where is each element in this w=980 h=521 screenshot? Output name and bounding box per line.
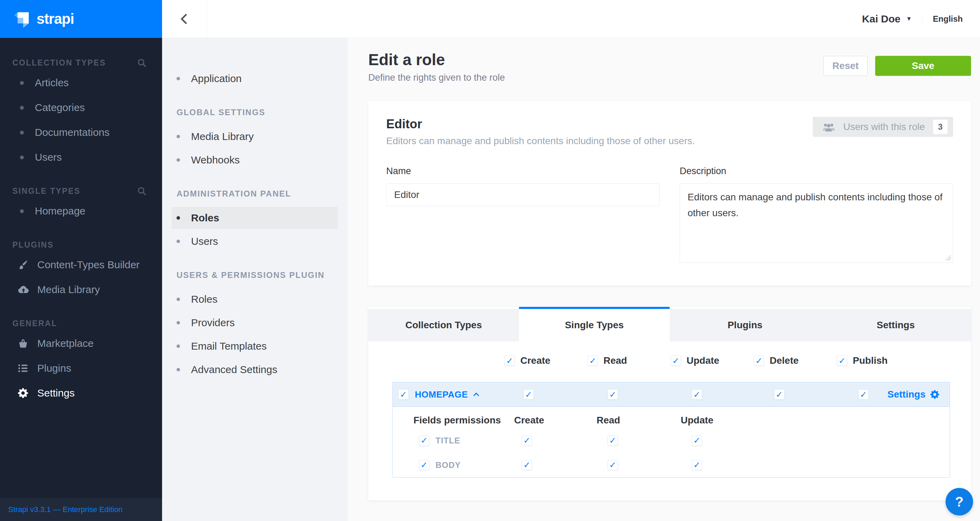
settings-item-users[interactable]: Users <box>172 230 338 253</box>
nav-section-header: COLLECTION TYPES <box>0 55 162 70</box>
title-read-checkbox[interactable] <box>608 435 618 446</box>
sidebar-item-settings[interactable]: Settings <box>0 381 162 405</box>
sidebar-item-media-library[interactable]: Media Library <box>0 277 162 302</box>
publish-checkbox[interactable] <box>837 356 847 366</box>
homepage-checkbox[interactable] <box>398 389 409 400</box>
settings-item-label: Users <box>191 235 218 247</box>
checkbox-label: Read <box>603 355 627 366</box>
tab-collection-types[interactable]: Collection Types <box>368 309 519 342</box>
bullet-icon <box>177 240 180 243</box>
homepage-read-checkbox[interactable] <box>608 389 618 400</box>
nav-section-general: GENERAL Marketplace Plugins Settings <box>0 316 162 405</box>
gear-icon <box>17 387 29 399</box>
settings-section-global: GLOBAL SETTINGS <box>162 108 348 117</box>
section-title: PLUGINS <box>13 240 54 249</box>
brush-icon <box>17 259 29 271</box>
bullet-icon <box>20 209 24 213</box>
users-with-role-button[interactable]: Users with this role 3 <box>813 117 953 137</box>
language-switcher[interactable]: English <box>933 14 963 24</box>
update-checkbox[interactable] <box>671 356 681 366</box>
section-title: SINGLE TYPES <box>13 187 80 196</box>
sidebar-item-plugins[interactable]: Plugins <box>0 356 162 381</box>
nav-section-single-types: SINGLE TYPES Homepage <box>0 183 162 224</box>
checkbox-label: Update <box>687 355 719 366</box>
tab-plugins[interactable]: Plugins <box>670 309 820 342</box>
page-subtitle: Define the rights given to the role <box>368 72 505 83</box>
create-checkbox[interactable] <box>504 356 515 366</box>
role-card: Editor Editors can manage and publish co… <box>368 101 971 286</box>
sidebar-item-articles[interactable]: Articles <box>0 70 162 95</box>
homepage-delete-checkbox[interactable] <box>774 389 784 400</box>
title-field-checkbox[interactable] <box>419 435 429 446</box>
bullet-icon <box>20 81 24 85</box>
settings-item-roles[interactable]: Roles <box>172 207 338 229</box>
description-label: Description <box>680 166 953 176</box>
user-menu[interactable]: Kai Doe ▼ <box>862 13 912 25</box>
title-create-checkbox[interactable] <box>522 435 532 446</box>
create-header: Create <box>514 415 597 426</box>
reset-button[interactable]: Reset <box>823 56 868 76</box>
table-row-body: BODY <box>393 453 950 477</box>
sidebar-item-label: Plugins <box>37 362 71 374</box>
user-name: Kai Doe <box>862 13 901 25</box>
body-read-checkbox[interactable] <box>608 460 618 470</box>
sidebar-item-label: Marketplace <box>37 338 94 349</box>
sidebar-item-categories[interactable]: Categories <box>0 95 162 120</box>
chevron-down-icon: ▼ <box>906 16 912 22</box>
users-chip-label: Users with this role <box>843 121 925 132</box>
search-icon[interactable] <box>137 186 147 196</box>
settings-item-application[interactable]: Application <box>172 68 338 90</box>
save-button[interactable]: Save <box>875 56 971 76</box>
strapi-logo[interactable]: strapi <box>0 0 162 38</box>
right-pane: Kai Doe ▼ English Application GLOBAL SET… <box>162 0 980 521</box>
nav-section-header: SINGLE TYPES <box>0 183 162 199</box>
sidebar-item-documentations[interactable]: Documentations <box>0 120 162 145</box>
settings-item-label: Email Templates <box>191 340 267 352</box>
resize-handle[interactable] <box>945 255 951 260</box>
global-actions-row: Create Read Update <box>368 342 971 366</box>
nav-section-collection-types: COLLECTION TYPES Articles Categories Doc… <box>0 55 162 170</box>
sidebar-item-homepage[interactable]: Homepage <box>0 199 162 224</box>
settings-item-up-roles[interactable]: Roles <box>172 288 338 310</box>
homepage-update-checkbox[interactable] <box>692 389 702 400</box>
body-update-checkbox[interactable] <box>692 460 702 470</box>
back-button[interactable] <box>162 0 207 38</box>
permissions-body: Create Read Update <box>368 342 971 500</box>
sidebar-item-content-types-builder[interactable]: Content-Types Builder <box>0 253 162 277</box>
sidebar-item-label: Settings <box>37 387 75 399</box>
sidebar-item-label: Articles <box>35 77 68 89</box>
description-textarea[interactable]: Editors can manage and publish contents … <box>680 183 953 263</box>
chevron-up-icon[interactable] <box>473 393 479 399</box>
settings-item-email-templates[interactable]: Email Templates <box>172 335 338 357</box>
header-actions: Reset Save <box>823 56 971 76</box>
tab-single-types[interactable]: Single Types <box>519 307 670 342</box>
settings-item-media-library[interactable]: Media Library <box>172 125 338 148</box>
version-link[interactable]: Strapi v3.3.1 — Enterprise Edition <box>8 505 123 514</box>
homepage-publish-checkbox[interactable] <box>858 389 869 400</box>
body-create-checkbox[interactable] <box>522 460 532 470</box>
read-checkbox[interactable] <box>588 356 598 366</box>
role-form: Name Description Editors can manage and … <box>386 166 953 264</box>
homepage-create-checkbox[interactable] <box>523 389 534 400</box>
sidebar-item-users[interactable]: Users <box>0 145 162 170</box>
title-update-checkbox[interactable] <box>692 435 702 446</box>
body-field-checkbox[interactable] <box>419 460 429 470</box>
bullet-icon <box>177 77 180 80</box>
name-input[interactable] <box>386 183 660 206</box>
fields-table-header: Fields permissions Create Read Update <box>393 412 950 428</box>
delete-checkbox[interactable] <box>754 356 764 366</box>
search-icon[interactable] <box>137 57 147 68</box>
settings-item-providers[interactable]: Providers <box>172 312 338 334</box>
homepage-label[interactable]: HOMEPAGE <box>415 389 468 400</box>
tab-settings[interactable]: Settings <box>820 309 971 342</box>
settings-item-advanced-settings[interactable]: Advanced Settings <box>172 359 338 381</box>
help-button[interactable]: ? <box>945 488 973 515</box>
settings-item-label: Media Library <box>191 131 254 142</box>
sidebar-item-marketplace[interactable]: Marketplace <box>0 331 162 356</box>
topbar: Kai Doe ▼ English <box>162 0 980 38</box>
sidebar-footer: Strapi v3.3.1 — Enterprise Edition <box>0 498 162 521</box>
field-name: BODY <box>436 460 461 470</box>
settings-item-webhooks[interactable]: Webhooks <box>172 149 338 171</box>
section-title: GENERAL <box>13 319 57 328</box>
homepage-settings-link[interactable]: Settings <box>888 389 940 400</box>
